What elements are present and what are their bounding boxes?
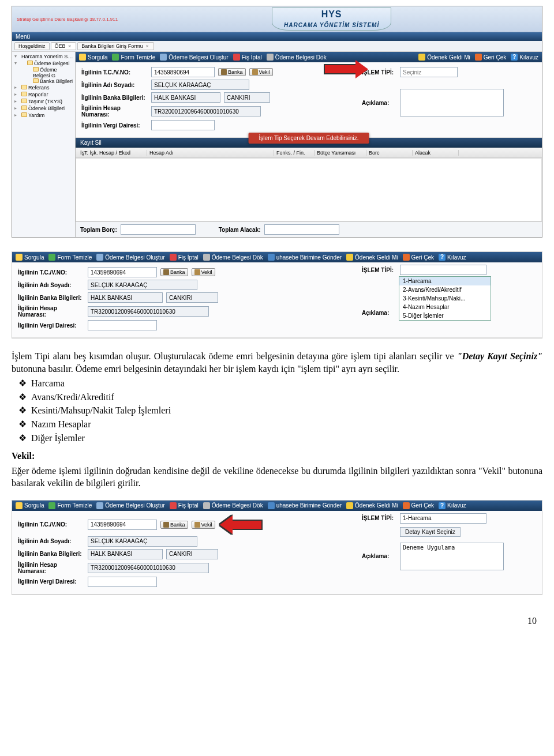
person-icon	[194, 522, 200, 528]
tree-odenek[interactable]: Ödenek Bilgileri	[13, 105, 74, 112]
bank-label: İlgilinin Banka Bilgileri:	[18, 295, 84, 301]
muhasebe-gonder-button[interactable]: uhasebe Birimine Gönder	[268, 502, 342, 509]
banka-button[interactable]: Banka	[160, 521, 188, 529]
tree-odeme-belgesi[interactable]: Ödeme Belgesi	[13, 60, 74, 67]
tab-hosgeldiniz[interactable]: Hoşgeldiniz	[14, 42, 50, 50]
cancel-icon	[170, 502, 177, 509]
odeme-dok-button[interactable]: Ödeme Belgesi Dök	[203, 502, 263, 509]
dropdown-option-5[interactable]: 5-Diğer İşlemler	[399, 311, 491, 320]
odenek-geldi-button[interactable]: Ödenek Geldi Mi	[346, 254, 398, 261]
vekil-button[interactable]: Vekil	[249, 68, 273, 76]
app-window-1: Strateji Geliştirme Daire Başkanlığı 38.…	[12, 6, 542, 238]
tree-tasinir[interactable]: Taşınır (TKYS)	[13, 98, 74, 105]
islem-tipi-list: Harcama Avans/Kredi/Akreditif Kesinti/Ma…	[18, 377, 542, 444]
kilavuz-button[interactable]: ?Kılavuz	[511, 54, 538, 61]
geri-cek-button[interactable]: Geri Çek	[403, 502, 434, 509]
tree-odeme-belgesi-g[interactable]: Ödeme Belgesi G	[13, 67, 74, 78]
tree-root[interactable]: Harcama Yönetim Sistemi	[13, 53, 74, 60]
fis-iptal-button[interactable]: Fiş İptal	[170, 254, 199, 261]
dropdown-option-2[interactable]: 2-Avans/Kredi/Akreditif	[399, 285, 491, 294]
vergi-label: İlgilinin Vergi Dairesi:	[18, 578, 84, 585]
toplam-alacak-input	[264, 224, 339, 235]
banka-button[interactable]: Banka	[218, 68, 246, 76]
vergi-input[interactable]	[151, 120, 215, 130]
detay-kayit-button[interactable]: Detay Kayıt Seçiniz	[400, 527, 461, 537]
bank-label: İlgilinin Banka Bilgileri:	[81, 95, 148, 101]
fis-iptal-button[interactable]: Fiş İptal	[233, 54, 262, 61]
vergi-input[interactable]	[88, 577, 157, 587]
help-icon: ?	[439, 254, 446, 261]
tab-oeb[interactable]: ÖEB ×	[51, 42, 77, 50]
sorgula-button[interactable]: Sorgula	[16, 502, 44, 509]
geri-cek-button[interactable]: Geri Çek	[403, 254, 434, 261]
tc-input[interactable]	[88, 267, 157, 277]
tree-referans[interactable]: Referans	[13, 84, 74, 91]
odenek-geldi-button[interactable]: Ödenek Geldi Mi	[418, 54, 470, 61]
muhasebe-gonder-button[interactable]: uhasebe Birimine Gönder	[268, 254, 342, 261]
bank-label: İlgilinin Banka Bilgileri:	[18, 551, 84, 557]
vergi-label: İlgilinin Vergi Dairesi:	[18, 322, 84, 329]
odeme-dok-button[interactable]: Ödeme Belgesi Dök	[203, 254, 263, 261]
close-icon[interactable]: ×	[67, 43, 72, 49]
kilavuz-button[interactable]: ?Kılavuz	[439, 502, 466, 509]
close-icon[interactable]: ×	[144, 43, 149, 49]
tc-label: İlgilinin T.C./V.NO:	[18, 521, 84, 528]
odeme-olustur-button[interactable]: Ödeme Belgesi Oluştur	[96, 502, 164, 509]
bank-icon	[221, 69, 227, 75]
vekil-button[interactable]: Vekil	[192, 521, 215, 529]
list-item: Nazım Hesaplar	[18, 418, 542, 431]
toolbar: Sorgula Form Temizle Ödeme Belgesi Oluşt…	[12, 252, 542, 262]
doc-paragraph-2: Eğer ödeme işlemi ilgilinin doğrudan ken…	[12, 465, 542, 490]
tree-banka-bilgileri[interactable]: Banka Bilgileri	[13, 78, 74, 84]
form-temizle-button[interactable]: Form Temizle	[48, 502, 92, 509]
vekil-button[interactable]: Vekil	[192, 268, 215, 276]
tab-banka-form[interactable]: Banka Bilgileri Giriş Formu ×	[77, 42, 154, 50]
person-icon	[194, 269, 200, 275]
geri-cek-button[interactable]: Geri Çek	[475, 54, 506, 61]
dropdown-option-4[interactable]: 4-Nazım Hesaplar	[399, 303, 491, 311]
aciklama-textarea[interactable]	[400, 543, 504, 570]
menu-bar[interactable]: Menü	[12, 32, 542, 41]
print-icon	[267, 54, 274, 61]
list-item: Harcama	[18, 377, 542, 390]
odeme-dok-button[interactable]: Ödeme Belgesi Dök	[267, 54, 327, 61]
ad-input	[151, 80, 249, 90]
bank-city-input	[224, 92, 270, 103]
bank-icon	[163, 522, 169, 528]
screenshot-panel-2: Sorgula Form Temizle Ödeme Belgesi Oluşt…	[12, 251, 542, 338]
islem-tipi-dropdown[interactable]: 1-Harcama 2-Avans/Kredi/Akreditif 3-Kesi…	[399, 276, 491, 321]
sorgula-button[interactable]: Sorgula	[79, 54, 107, 61]
odeme-olustur-button[interactable]: Ödeme Belgesi Oluştur	[160, 54, 228, 61]
kilavuz-button[interactable]: ?Kılavuz	[439, 254, 466, 261]
tc-input[interactable]	[151, 67, 215, 77]
ad-input	[88, 536, 197, 547]
help-icon: ?	[511, 54, 518, 61]
tc-input[interactable]	[88, 520, 157, 530]
tree-raporlar[interactable]: Raporlar	[13, 91, 74, 98]
islem-tipi-select[interactable]	[400, 513, 486, 524]
print-icon	[203, 254, 210, 261]
odeme-olustur-button[interactable]: Ödeme Belgesi Oluştur	[96, 254, 164, 261]
vergi-input[interactable]	[88, 320, 157, 330]
grid-body[interactable]	[76, 158, 542, 221]
col-fonks: Fonks. / Fin.	[274, 150, 315, 156]
dropdown-option-1[interactable]: 1-Harcama	[399, 277, 491, 285]
back-icon	[403, 502, 410, 509]
form-temizle-button[interactable]: Form Temizle	[112, 54, 155, 61]
sorgula-button[interactable]: Sorgula	[16, 254, 44, 261]
islem-tipi-select[interactable]	[400, 67, 458, 77]
dropdown-option-3[interactable]: 3-Kesinti/Mahsup/Naki...	[399, 294, 491, 303]
form-temizle-button[interactable]: Form Temizle	[48, 254, 92, 261]
create-icon	[96, 502, 103, 509]
list-item: Kesinti/Mahsup/Nakit Talep İşlemleri	[18, 404, 542, 417]
notification-banner: İşlem Tip Seçerek Devam Edebilirsiniz.	[249, 133, 369, 144]
islem-tipi-select[interactable]	[400, 265, 486, 275]
banka-button[interactable]: Banka	[160, 268, 188, 276]
fis-iptal-button[interactable]: Fiş İptal	[170, 502, 199, 509]
tree-yardim[interactable]: Yardım	[13, 112, 74, 119]
aciklama-textarea[interactable]	[400, 89, 504, 116]
screenshot-panel-3: Sorgula Form Temizle Ödeme Belgesi Oluşt…	[12, 500, 542, 595]
back-icon	[403, 254, 410, 261]
list-item: Avans/Kredi/Akreditif	[18, 391, 542, 404]
odenek-geldi-button[interactable]: Ödenek Geldi Mi	[346, 502, 398, 509]
